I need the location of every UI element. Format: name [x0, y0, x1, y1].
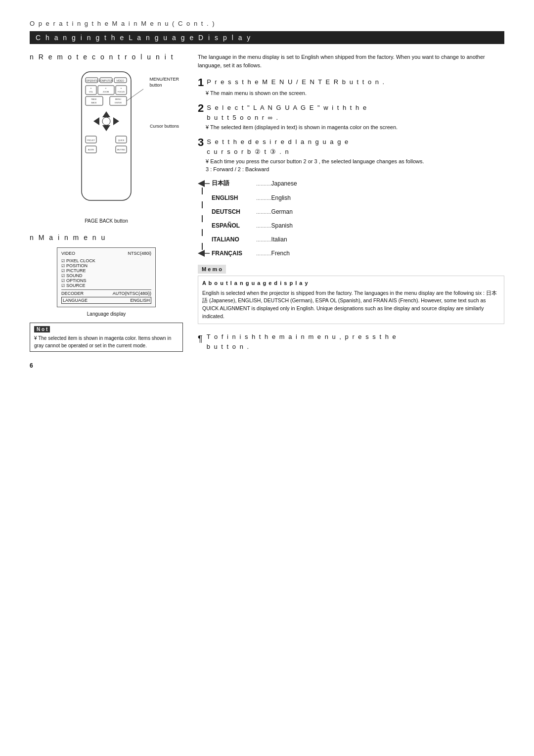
svg-text:FOCUS: FOCUS — [118, 91, 125, 93]
svg-text:PROJCT: PROJCT — [87, 139, 95, 142]
lang-arrow-french — [198, 250, 210, 257]
svg-text:MENU: MENU — [115, 98, 121, 100]
memo-text: English is selected when the projector i… — [202, 289, 500, 321]
step-3-note2: 3 : Forward / 2 : Backward — [198, 166, 504, 172]
memo-label: M e m o — [198, 265, 226, 274]
lang-name-english: ENGLISH — [212, 194, 256, 201]
note-text: The selected item is shown in magenta co… — [34, 334, 178, 349]
step-3-num: 3 — [198, 137, 204, 148]
svg-marker-22 — [102, 111, 110, 117]
svg-text:QUICK: QUICK — [118, 139, 125, 142]
intro-text: The language in the menu display is set … — [198, 53, 504, 69]
svg-text:+: + — [121, 87, 122, 90]
step-3-text: S e t t h e d e s i r e d l a n g u a g … — [207, 137, 349, 156]
step-1-text: P r e s s t h e M E N U / E N T E R b u … — [207, 77, 385, 87]
note-box: N o t The selected item is shown in mage… — [30, 323, 183, 352]
svg-line-35 — [127, 89, 143, 101]
lang-english-spanish: Spanish — [271, 222, 293, 229]
svg-marker-25 — [113, 117, 119, 125]
lang-arrow-italian — [198, 236, 210, 243]
step-2-text: S e l e c t " L A N G U A G E " w i t h … — [207, 103, 367, 122]
svg-text:ENTER: ENTER — [115, 101, 122, 104]
finish-text-2: b u t t o n . — [207, 342, 397, 352]
svg-text:ZOOM: ZOOM — [103, 91, 109, 93]
page-number: 6 — [30, 362, 504, 369]
lang-arrow-spanish — [198, 222, 210, 229]
lang-arrow-english — [198, 194, 210, 201]
finish-step-symbol: ¶ — [198, 332, 204, 346]
right-column: The language in the menu display is set … — [198, 53, 504, 352]
lang-english-french: French — [271, 250, 290, 257]
lang-dots-italian: .......... — [256, 236, 271, 242]
finish-step: ¶ T o f i n i s h t h e m a i n m e n u … — [198, 332, 504, 353]
lang-dots-french: .......... — [256, 250, 271, 256]
svg-text:PAGE: PAGE — [91, 98, 97, 100]
lang-english-italian: Italian — [271, 236, 287, 243]
svg-text:COMPUTER: COMPUTER — [99, 79, 113, 82]
step-1-note: The main menu is shown on the screen. — [198, 90, 504, 96]
lang-arrow-german — [198, 208, 210, 215]
step-2-note: The selected item (displayed in text) is… — [198, 124, 504, 130]
memo-content: A b o u t l a n g u a g e d i s p l a y … — [198, 276, 504, 324]
svg-point-26 — [102, 117, 110, 125]
lang-name-german: DEUTSCH — [212, 208, 256, 215]
language-list: 日本語 .......... Japanese ENGLISH ........… — [198, 179, 504, 257]
lang-name-french: FRANÇAIS — [212, 250, 256, 257]
lang-dots-spanish: .......... — [256, 223, 271, 229]
breadcrumb: O p e r a t i n g t h e M a i n M e n u … — [30, 20, 504, 27]
remote-svg: OPERATE COMPUTER VIDEO + VOL + ZOOM + FO… — [57, 67, 156, 215]
svg-marker-39 — [198, 250, 205, 257]
svg-marker-36 — [198, 180, 205, 187]
language-display-caption: Language display — [30, 311, 183, 317]
lang-dots-japanese: .......... — [256, 181, 271, 187]
memo-title: A b o u t l a n g u a g e d i s p l a y — [202, 279, 500, 287]
cursor-label: Cursor buttons — [150, 124, 179, 129]
svg-text:OPERATE: OPERATE — [86, 79, 98, 82]
lang-name-spanish: ESPAÑOL — [212, 222, 256, 229]
menu-enter-label: MENU/ENTERbutton — [149, 77, 179, 88]
main-menu-section: n M a i n m e n u VIDEO NTSC(480i) ☑PIXE… — [30, 234, 183, 352]
svg-marker-23 — [102, 125, 110, 131]
finish-text-1: T o f i n i s h t h e m a i n m e n u , … — [207, 332, 397, 342]
svg-text:MUTING: MUTING — [117, 148, 125, 151]
svg-marker-24 — [93, 117, 99, 125]
remote-diagram: OPERATE COMPUTER VIDEO + VOL + ZOOM + FO… — [30, 67, 183, 215]
step-2: 2 S e l e c t " L A N G U A G E " w i t … — [198, 103, 504, 130]
step-1-num: 1 — [198, 77, 204, 88]
step-2-num: 2 — [198, 103, 204, 114]
section-title: C h a n g i n g t h e L a n g u a g e D … — [30, 31, 504, 44]
svg-text:VOL: VOL — [89, 91, 93, 93]
remote-subsection-title: n R e m o t e c o n t r o l u n i t — [30, 53, 183, 61]
lang-dots-german: .......... — [256, 209, 271, 215]
memo-section: M e m o A b o u t l a n g u a g e d i s … — [198, 265, 504, 324]
menu-screen-diagram: VIDEO NTSC(480i) ☑PIXEL CLOCK ☑POSITION … — [57, 247, 156, 307]
note-label: N o t — [34, 326, 50, 332]
page-back-caption: PAGE BACK button — [30, 218, 183, 224]
lang-dots-english: .......... — [256, 195, 271, 201]
lang-name-italian: ITALIANO — [212, 236, 256, 243]
main-menu-subsection-title: n M a i n m e n u — [30, 234, 183, 241]
lang-arrow-japanese — [198, 180, 210, 187]
lang-english-english: English — [271, 194, 291, 201]
step-3-note1: ¥ Each time you press the cursor button … — [198, 158, 504, 164]
svg-text:BACK: BACK — [91, 101, 97, 104]
left-column: n R e m o t e c o n t r o l u n i t OPER… — [30, 53, 183, 352]
svg-text:VIDEO: VIDEO — [116, 79, 124, 82]
step-1: 1 P r e s s t h e M E N U / E N T E R b … — [198, 77, 504, 96]
svg-text:+: + — [105, 87, 107, 90]
lang-name-japanese: 日本語 — [212, 179, 256, 188]
lang-english-german: German — [271, 208, 293, 215]
step-3: 3 S e t t h e d e s i r e d l a n g u a … — [198, 137, 504, 172]
lang-english-japanese: Japanese — [271, 180, 297, 187]
svg-text:+: + — [90, 87, 92, 90]
svg-text:ALIGN: ALIGN — [88, 148, 94, 151]
